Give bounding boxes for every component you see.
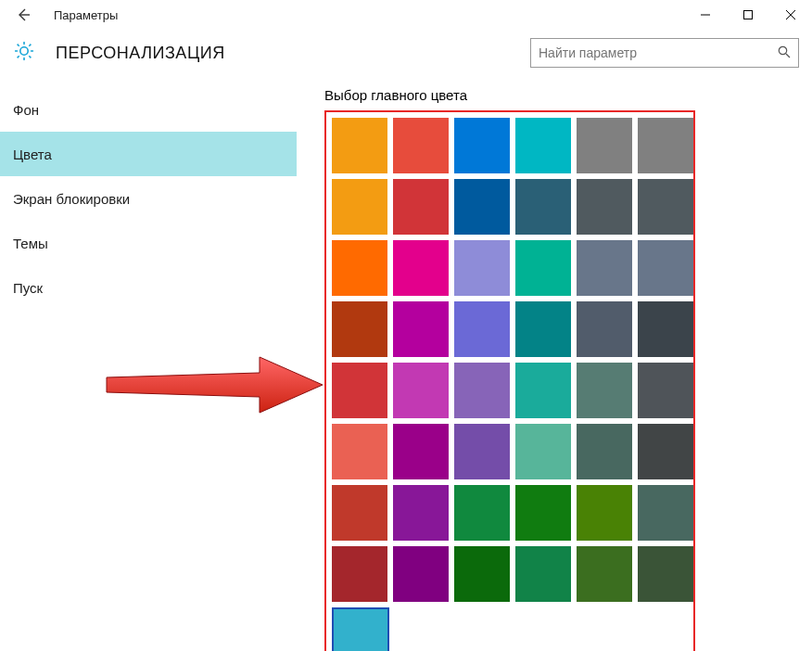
color-swatch-15[interactable] xyxy=(515,240,571,296)
back-button[interactable] xyxy=(0,0,46,30)
color-swatch-21[interactable] xyxy=(515,301,571,357)
color-swatch-20[interactable] xyxy=(454,301,510,357)
color-swatch-8[interactable] xyxy=(454,179,510,235)
color-swatch-48[interactable] xyxy=(332,607,389,651)
sidebar: ФонЦветаЭкран блокировкиТемыПуск xyxy=(0,76,297,651)
color-swatch-12[interactable] xyxy=(332,240,387,296)
window-controls xyxy=(684,0,812,30)
color-swatch-25[interactable] xyxy=(393,363,449,418)
color-swatch-16[interactable] xyxy=(577,240,632,296)
sidebar-item-3[interactable]: Темы xyxy=(0,221,297,265)
svg-rect-1 xyxy=(744,11,753,19)
color-swatch-13[interactable] xyxy=(393,240,449,296)
svg-point-4 xyxy=(20,47,28,55)
sidebar-item-0[interactable]: Фон xyxy=(0,87,297,132)
color-swatch-28[interactable] xyxy=(577,363,632,418)
color-swatch-24[interactable] xyxy=(332,363,387,418)
color-swatch-7[interactable] xyxy=(393,179,449,235)
header: ПЕРСОНАЛИЗАЦИЯ xyxy=(0,30,812,76)
svg-point-5 xyxy=(779,46,786,54)
search-icon xyxy=(778,45,791,61)
color-swatch-4[interactable] xyxy=(577,118,632,173)
color-swatch-45[interactable] xyxy=(515,546,571,602)
color-swatch-29[interactable] xyxy=(638,363,693,418)
close-button[interactable] xyxy=(769,0,812,30)
minimize-button[interactable] xyxy=(684,0,727,30)
color-swatch-46[interactable] xyxy=(577,546,632,602)
sidebar-item-4[interactable]: Пуск xyxy=(0,265,297,310)
color-swatch-36[interactable] xyxy=(332,485,387,541)
color-swatch-38[interactable] xyxy=(454,485,510,541)
svg-line-6 xyxy=(786,54,790,57)
color-swatch-44[interactable] xyxy=(454,546,510,602)
color-swatch-0[interactable] xyxy=(332,118,387,173)
color-swatch-5[interactable] xyxy=(638,118,693,173)
color-palette xyxy=(332,118,688,651)
color-swatch-27[interactable] xyxy=(515,363,571,418)
color-swatch-33[interactable] xyxy=(515,424,571,479)
sidebar-item-1[interactable]: Цвета xyxy=(0,132,297,176)
color-swatch-31[interactable] xyxy=(393,424,449,479)
color-swatch-22[interactable] xyxy=(577,301,632,357)
color-swatch-39[interactable] xyxy=(515,485,571,541)
color-palette-frame xyxy=(324,110,695,651)
color-swatch-3[interactable] xyxy=(515,118,571,173)
color-swatch-40[interactable] xyxy=(577,485,632,541)
section-title: Выбор главного цвета xyxy=(324,87,793,103)
color-swatch-11[interactable] xyxy=(638,179,693,235)
gear-icon xyxy=(13,40,35,66)
color-swatch-2[interactable] xyxy=(454,118,510,173)
color-swatch-17[interactable] xyxy=(638,240,693,296)
color-swatch-23[interactable] xyxy=(638,301,693,357)
sidebar-item-2[interactable]: Экран блокировки xyxy=(0,176,297,221)
color-swatch-47[interactable] xyxy=(638,546,693,602)
content-area: Выбор главного цвета xyxy=(297,76,812,651)
window-title: Параметры xyxy=(54,8,118,22)
color-swatch-35[interactable] xyxy=(638,424,693,479)
color-swatch-42[interactable] xyxy=(332,546,387,602)
page-title: ПЕРСОНАЛИЗАЦИЯ xyxy=(56,44,225,63)
color-swatch-37[interactable] xyxy=(393,485,449,541)
color-swatch-1[interactable] xyxy=(393,118,449,173)
color-swatch-18[interactable] xyxy=(332,301,387,357)
color-swatch-9[interactable] xyxy=(515,179,571,235)
search-field[interactable] xyxy=(539,45,778,60)
color-swatch-6[interactable] xyxy=(332,179,387,235)
maximize-button[interactable] xyxy=(727,0,769,30)
color-swatch-26[interactable] xyxy=(454,363,510,418)
search-input[interactable] xyxy=(530,38,799,68)
color-swatch-14[interactable] xyxy=(454,240,510,296)
color-swatch-41[interactable] xyxy=(638,485,693,541)
color-swatch-30[interactable] xyxy=(332,424,387,479)
color-swatch-19[interactable] xyxy=(393,301,449,357)
color-swatch-10[interactable] xyxy=(577,179,632,235)
color-swatch-32[interactable] xyxy=(454,424,510,479)
color-swatch-34[interactable] xyxy=(577,424,632,479)
titlebar: Параметры xyxy=(0,0,812,30)
color-swatch-43[interactable] xyxy=(393,546,449,602)
